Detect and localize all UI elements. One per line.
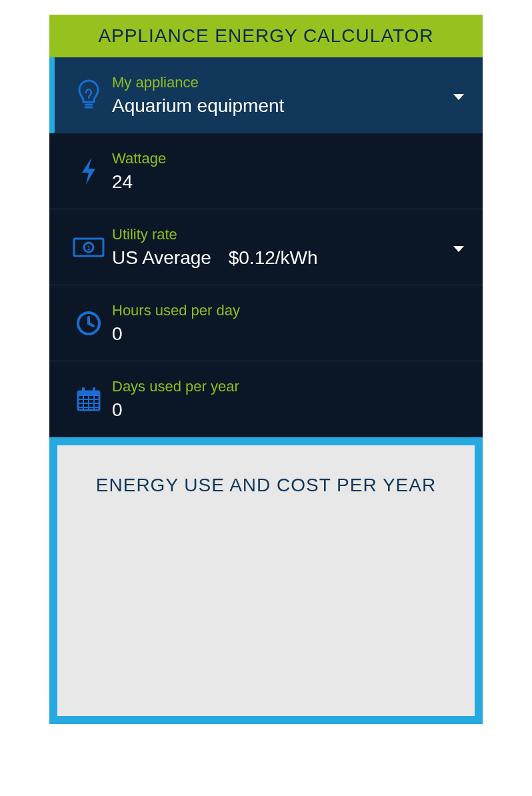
appliance-energy-calculator: APPLIANCE ENERGY CALCULATOR My appliance… [49,15,483,724]
results-panel: ENERGY USE AND COST PER YEAR [49,437,483,724]
hours-value: 0 [112,323,468,345]
svg-rect-5 [78,391,99,396]
svg-rect-6 [82,387,85,393]
appliance-value: Aquarium equipment [112,95,468,117]
calendar-icon [65,386,112,413]
chevron-down-icon [453,94,464,100]
hours-content: Hours used per day 0 [112,302,468,345]
utility-rate-amount: $0.12/kWh [229,247,318,268]
lightning-bolt-icon [65,157,112,186]
utility-rate-value: US Average $0.12/kWh [112,247,468,269]
chevron-down-icon [453,246,464,252]
money-icon: 1 [65,237,112,257]
hours-label: Hours used per day [112,302,468,319]
utility-rate-row[interactable]: 1 Utility rate US Average $0.12/kWh [49,209,483,285]
wattage-value: 24 [112,171,468,193]
appliance-label: My appliance [112,74,468,91]
days-per-year-row[interactable]: Days used per year 0 [49,361,483,437]
wattage-content: Wattage 24 [112,150,468,193]
svg-rect-7 [93,387,95,393]
days-content: Days used per year 0 [112,378,468,421]
results-title: ENERGY USE AND COST PER YEAR [71,475,461,496]
appliance-content: My appliance Aquarium equipment [112,74,468,117]
appliance-selector-row[interactable]: My appliance Aquarium equipment [49,57,483,133]
page-title: APPLIANCE ENERGY CALCULATOR [98,25,433,46]
days-label: Days used per year [112,378,468,395]
wattage-label: Wattage [112,150,468,167]
utility-rate-label: Utility rate [112,226,468,243]
wattage-row[interactable]: Wattage 24 [49,133,483,209]
hours-per-day-row[interactable]: Hours used per day 0 [49,285,483,361]
lightbulb-icon [65,79,112,111]
calculator-header: APPLIANCE ENERGY CALCULATOR [49,15,483,57]
utility-rate-content: Utility rate US Average $0.12/kWh [112,226,468,269]
svg-text:1: 1 [87,245,90,251]
utility-rate-region: US Average [112,247,211,268]
clock-icon [65,310,112,337]
days-value: 0 [112,399,468,421]
